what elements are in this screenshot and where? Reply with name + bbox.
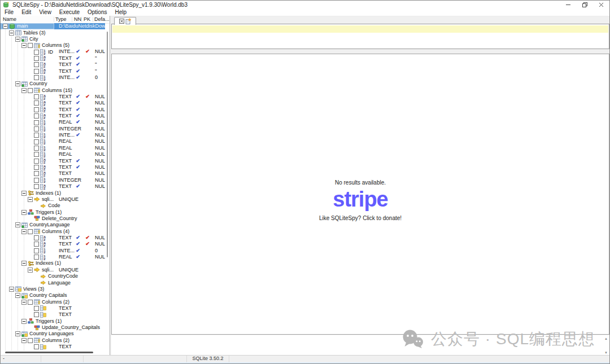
tree-row[interactable]: TEXT (1, 305, 105, 312)
expander-icon[interactable] (21, 43, 27, 48)
expander-icon[interactable] (15, 81, 20, 86)
expander-icon[interactable] (3, 24, 8, 29)
checkbox[interactable] (34, 312, 39, 317)
checkbox[interactable] (34, 344, 39, 349)
expander-icon[interactable] (28, 197, 33, 202)
expander-icon[interactable] (21, 338, 27, 343)
checkbox[interactable] (34, 242, 39, 247)
menu-help[interactable]: Help (111, 8, 130, 16)
expander-icon[interactable] (21, 261, 27, 266)
expander-icon[interactable] (28, 267, 33, 273)
expander-icon[interactable] (15, 293, 20, 298)
checkbox[interactable] (34, 100, 39, 106)
scroll-up-icon[interactable]: ▲ (604, 337, 608, 340)
close-tab-icon[interactable] (119, 19, 124, 24)
tree-horizontal-scrollbar[interactable] (5, 352, 93, 353)
tree-row[interactable]: AZTEXT✔✔NULL (1, 94, 105, 100)
checkbox[interactable] (34, 62, 39, 67)
tree-row[interactable]: 12REAL✔NULL (1, 119, 105, 125)
checkbox[interactable] (34, 235, 39, 240)
checkbox[interactable] (34, 75, 39, 80)
tree-row[interactable]: Columns (2) (1, 299, 105, 305)
sql-tab[interactable] (114, 17, 136, 25)
scroll-down-icon[interactable]: ▼ (604, 351, 608, 354)
tree-row[interactable]: 12REAL✔NULL (1, 254, 105, 260)
tree-row[interactable]: AZTEXT✔✔NULL (1, 235, 105, 241)
tree-row[interactable]: CountryCode (1, 273, 105, 279)
header-pk[interactable]: PK (84, 16, 90, 23)
tree-row[interactable]: AZTEXT✔NULL (1, 158, 105, 164)
header-type[interactable]: Type (55, 16, 67, 23)
tree-row[interactable]: Tables (3) (1, 29, 105, 36)
tree-row[interactable]: 12REALNULL (1, 138, 105, 144)
checkbox[interactable] (34, 152, 39, 157)
tree-row[interactable]: Country Languages (1, 331, 105, 337)
checkbox[interactable] (34, 184, 39, 189)
checkbox[interactable] (28, 88, 33, 93)
tree-row[interactable]: AZTEXT✔'' (1, 55, 105, 62)
tree-row[interactable]: 12REALNULL (1, 145, 105, 151)
tree-row[interactable]: Language (1, 279, 105, 286)
tree-row[interactable]: sqli...UNIQUE (1, 267, 105, 273)
tree-row[interactable]: 12INTE...✔0 (1, 74, 105, 81)
expander-icon[interactable] (15, 37, 20, 42)
expander-icon[interactable] (9, 30, 14, 36)
checkbox[interactable] (34, 159, 39, 164)
expander-icon[interactable] (21, 88, 27, 93)
checkbox[interactable] (34, 146, 39, 151)
checkbox[interactable] (34, 107, 39, 112)
tree-row[interactable]: AZTEXT✔NULL (1, 107, 105, 113)
checkbox[interactable] (34, 255, 39, 260)
tree-row[interactable]: Columns (4) (1, 229, 105, 235)
expander-icon[interactable] (21, 210, 27, 215)
menu-edit[interactable]: Edit (18, 8, 35, 16)
tree-row[interactable]: Indexes (1) (1, 190, 105, 196)
tree-row[interactable]: mainD:\BaiduNetdiskDownload\ (1, 23, 105, 29)
tree-row[interactable]: Country (1, 81, 105, 87)
tree-row[interactable]: AZTEXT✔NULL (1, 113, 105, 119)
stripe-logo[interactable]: stripe (112, 188, 609, 210)
tree-row[interactable]: Triggers (1) (1, 318, 105, 324)
menu-execute[interactable]: Execute (55, 8, 84, 16)
new-page-star-icon[interactable] (125, 18, 132, 24)
tree-row[interactable]: 12INTEGERNULL (1, 126, 105, 132)
tree-row[interactable]: Columns (5) (1, 42, 105, 49)
checkbox[interactable] (28, 229, 33, 234)
checkbox[interactable] (34, 248, 39, 253)
checkbox[interactable] (34, 165, 39, 170)
tree-row[interactable]: AZTEXT✔'' (1, 68, 105, 74)
tree-row[interactable]: 12INTE...✔NULL (1, 132, 105, 138)
tree-row[interactable]: AZTEXT✔NULL (1, 183, 105, 190)
tree-row[interactable]: AZTEXT✔NULL (1, 164, 105, 170)
tree-row[interactable]: 12REALNULL (1, 151, 105, 157)
checkbox[interactable] (34, 306, 39, 311)
tree-row[interactable]: Columns (15) (1, 87, 105, 94)
editor-current-line[interactable] (112, 25, 608, 33)
restore-button[interactable] (577, 1, 593, 8)
expander-icon[interactable] (15, 331, 20, 336)
tree-vertical-scrollbar[interactable] (107, 32, 108, 257)
tree-row[interactable]: Columns (2) (1, 337, 105, 344)
expander-icon[interactable] (21, 229, 27, 234)
checkbox[interactable] (34, 113, 39, 119)
tree-row[interactable]: 12IDINTE...✔✔NULL (1, 49, 105, 55)
expander-icon[interactable] (21, 300, 27, 305)
tree-row[interactable]: CountryLanguage (1, 222, 105, 228)
header-default[interactable]: Defa... (94, 16, 110, 23)
checkbox[interactable] (34, 94, 39, 99)
checkbox[interactable] (28, 43, 33, 48)
tree-row[interactable]: Delete_Country (1, 216, 105, 222)
tree-row[interactable]: 12INTE...✔0 (1, 248, 105, 254)
tree-row[interactable]: TEXT (1, 312, 105, 318)
menu-file[interactable]: File (1, 8, 18, 16)
header-nn[interactable]: NN (74, 16, 81, 23)
checkbox[interactable] (28, 300, 33, 305)
expander-icon[interactable] (15, 222, 20, 227)
checkbox[interactable] (34, 139, 39, 144)
minimize-button[interactable] (560, 1, 577, 8)
menu-view[interactable]: View (35, 8, 55, 16)
tree-row[interactable]: TEXT (1, 344, 105, 350)
checkbox[interactable] (34, 126, 39, 131)
close-button[interactable] (593, 1, 609, 8)
sql-editor[interactable] (111, 24, 609, 49)
